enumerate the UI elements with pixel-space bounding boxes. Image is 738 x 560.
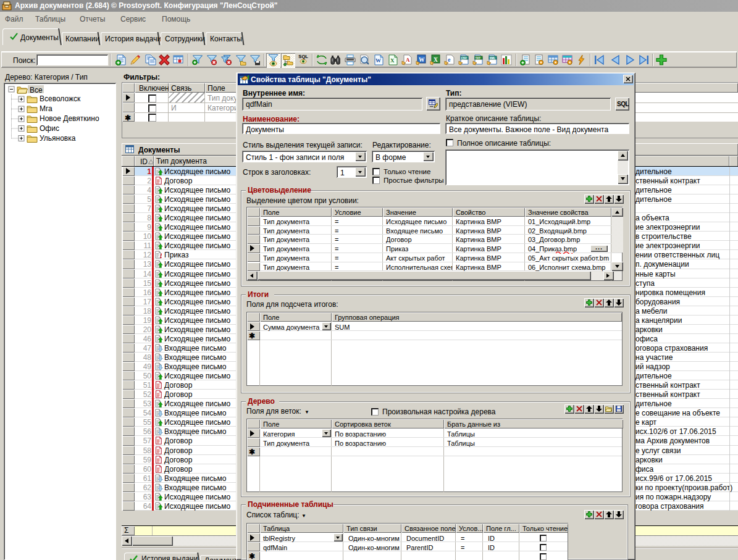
svg-text:CSV: CSV — [461, 57, 467, 60]
svg-text:W: W — [375, 57, 381, 64]
svg-text:TXT: TXT — [476, 57, 481, 60]
svg-text:SQL: SQL — [298, 54, 308, 59]
svg-text:XML: XML — [490, 57, 496, 60]
svg-text:e: e — [448, 56, 451, 63]
svg-text:X: X — [390, 57, 395, 64]
svg-text:W: W — [419, 57, 425, 63]
svg-text:X: X — [434, 57, 438, 63]
svg-text:A: A — [406, 57, 410, 63]
